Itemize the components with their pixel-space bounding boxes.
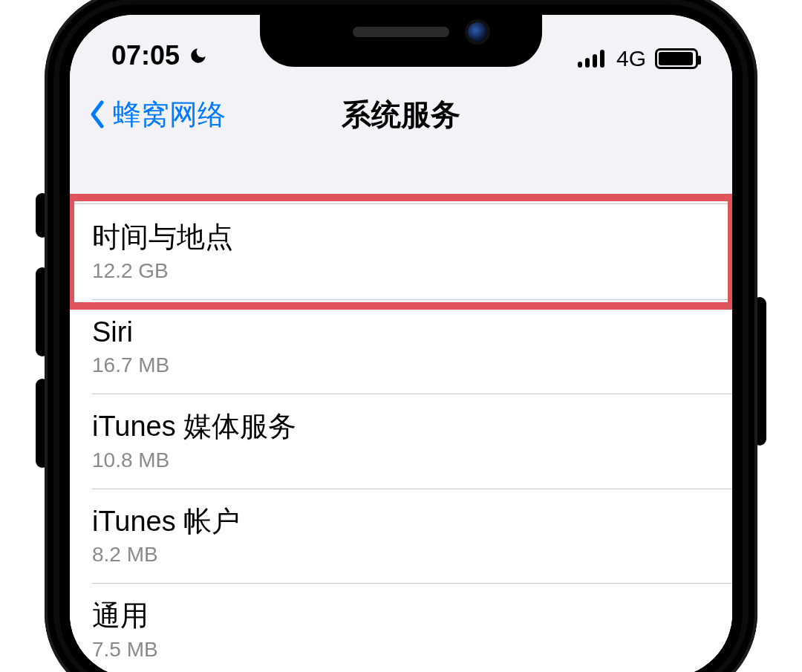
list-item-title: 通用	[92, 599, 710, 633]
status-time: 07:05	[111, 40, 180, 71]
back-button-label: 蜂窝网络	[113, 96, 226, 134]
back-button[interactable]: 蜂窝网络	[85, 77, 226, 151]
phone-notch	[260, 13, 542, 67]
list-item-detail: 12.2 GB	[92, 259, 710, 283]
list-item-title: iTunes 帐户	[92, 505, 710, 539]
page-title: 系统服务	[342, 94, 460, 135]
list-item-time-location[interactable]: 时间与地点 12.2 GB	[70, 204, 732, 299]
list-item-title: Siri	[92, 316, 710, 350]
chevron-left-icon	[85, 98, 110, 131]
phone-front-camera-icon	[468, 22, 487, 42]
list-item-siri[interactable]: Siri 16.7 MB	[70, 299, 732, 394]
list-item-general[interactable]: 通用 7.5 MB	[70, 583, 732, 672]
system-services-list: 时间与地点 12.2 GB Siri 16.7 MB iTunes 媒体服务 1…	[70, 203, 732, 672]
cellular-signal-icon	[578, 50, 604, 68]
list-item-itunes-media[interactable]: iTunes 媒体服务 10.8 MB	[70, 394, 732, 489]
phone-frame: 07:05 4G	[45, 0, 757, 672]
network-type-label: 4G	[616, 46, 646, 71]
list-item-detail: 8.2 MB	[92, 543, 710, 567]
list-item-detail: 7.5 MB	[92, 638, 710, 662]
nav-bar: 蜂窝网络 系统服务	[70, 77, 732, 151]
battery-icon	[655, 48, 698, 69]
list-item-itunes-account[interactable]: iTunes 帐户 8.2 MB	[70, 489, 732, 584]
list-item-detail: 10.8 MB	[92, 448, 710, 472]
section-header-spacer	[70, 151, 732, 203]
list-item-title: iTunes 媒体服务	[92, 410, 710, 444]
list-item-title: 时间与地点	[92, 221, 710, 255]
phone-earpiece	[353, 27, 449, 37]
phone-screen: 07:05 4G	[70, 15, 732, 672]
stage: 07:05 4G	[0, 0, 802, 672]
list-item-detail: 16.7 MB	[92, 353, 710, 377]
do-not-disturb-moon-icon	[189, 46, 208, 65]
